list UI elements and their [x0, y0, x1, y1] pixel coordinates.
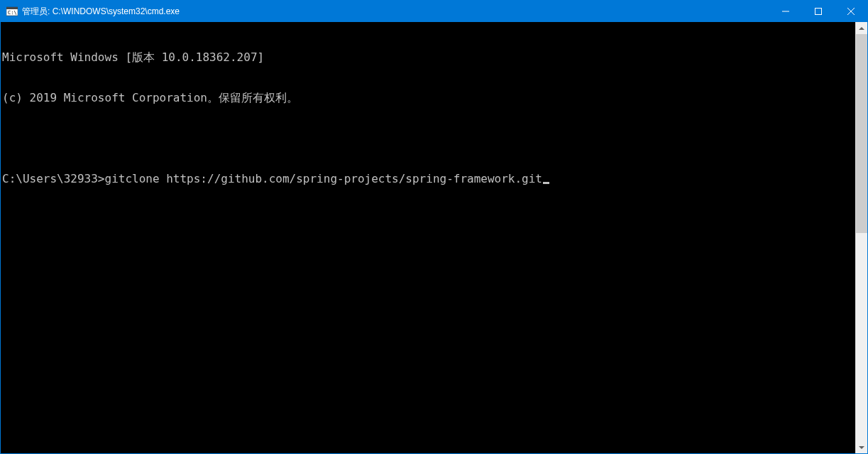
app-icon: C:\	[6, 6, 18, 17]
svg-rect-4	[815, 9, 822, 15]
scroll-track[interactable]	[856, 34, 867, 441]
minimize-button[interactable]	[769, 1, 802, 22]
titlebar[interactable]: C:\ 管理员: C:\WINDOWS\system32\cmd.exe	[1, 1, 867, 22]
vertical-scrollbar[interactable]	[855, 22, 867, 453]
terminal[interactable]: Microsoft Windows [版本 10.0.18362.207] (c…	[1, 22, 855, 453]
terminal-output-line: Microsoft Windows [版本 10.0.18362.207]	[2, 50, 855, 64]
svg-text:C:\: C:\	[8, 10, 17, 16]
cursor-icon	[543, 182, 549, 184]
maximize-button[interactable]	[802, 1, 835, 22]
scroll-down-button[interactable]	[856, 441, 867, 453]
scroll-up-button[interactable]	[856, 22, 867, 34]
command-input[interactable]: gitclone https://github.com/spring-proje…	[105, 172, 543, 185]
terminal-output-line: (c) 2019 Microsoft Corporation。保留所有权利。	[2, 91, 855, 104]
svg-marker-7	[859, 27, 864, 30]
svg-rect-1	[6, 7, 18, 9]
terminal-output-line	[2, 131, 855, 145]
prompt: C:\Users\32933>	[2, 172, 105, 185]
client-area: Microsoft Windows [版本 10.0.18362.207] (c…	[1, 22, 867, 453]
window-title: 管理员: C:\WINDOWS\system32\cmd.exe	[22, 6, 180, 18]
close-button[interactable]	[835, 1, 867, 22]
scroll-thumb[interactable]	[856, 34, 867, 233]
svg-marker-8	[859, 446, 864, 449]
window: C:\ 管理员: C:\WINDOWS\system32\cmd.exe Mic…	[0, 0, 868, 454]
terminal-prompt-line: C:\Users\32933>gitclone https://github.c…	[2, 172, 855, 185]
window-controls	[769, 1, 867, 22]
